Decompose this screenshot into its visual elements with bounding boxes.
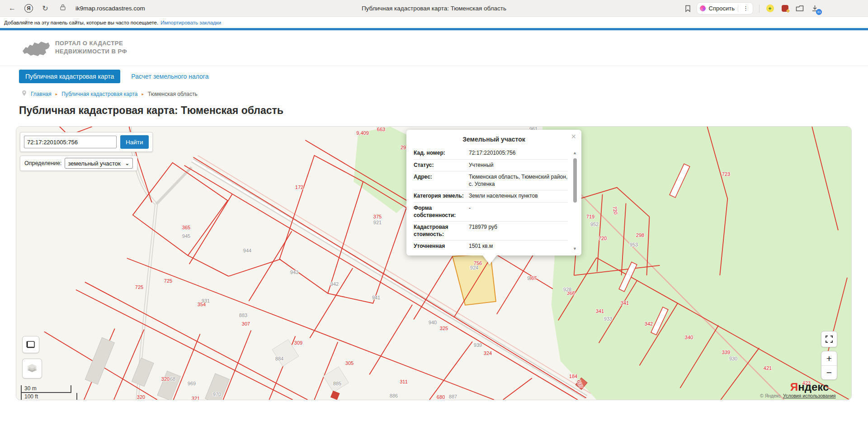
site-header: ПОРТАЛ О КАДАСТРЕ НЕДВИЖИМОСТИ В РФ (22, 34, 868, 61)
scale-metric: 30 m (21, 385, 71, 393)
object-type-select[interactable]: земельный участок ⌄ (65, 158, 133, 169)
extension-red-icon[interactable] (780, 4, 789, 13)
terms-of-use-link[interactable]: Условия использования (783, 393, 836, 398)
popup-row-label: Кадастровая стоимость: (414, 224, 469, 238)
ruler-icon (26, 341, 35, 349)
popup-row-value: 1501 кв.м (469, 243, 568, 251)
popup-row-label: Адрес: (414, 174, 469, 188)
site-tabs: Публичная кадастровая карта Расчет земел… (19, 69, 868, 83)
forest-area (542, 127, 851, 400)
tab-land-tax-calc[interactable]: Расчет земельного налога (131, 73, 208, 80)
bookmark-icon[interactable] (685, 5, 691, 12)
map-attribution: © Яндекс Условия использования (760, 393, 836, 398)
breadcrumb: Главная▸Публичная кадастровая карта▸Тюме… (22, 90, 868, 98)
search-panel: Найти (20, 132, 153, 152)
popup-row: Кад. номер:72:17:2201005:756 (414, 147, 568, 160)
popup-row-label: Категория земель: (414, 193, 469, 200)
scroll-thumb[interactable] (573, 158, 577, 203)
popup-row: Адрес:Тюменская область, Тюменский район… (414, 171, 568, 190)
yandex-browser-icon[interactable]: Я (24, 4, 33, 13)
back-icon[interactable]: ← (6, 2, 18, 14)
bookmarks-hint-text: Добавляйте на эту панель сайты, которые … (4, 20, 158, 25)
logo-line1: ПОРТАЛ О КАДАСТРЕ (55, 39, 127, 47)
search-button[interactable]: Найти (120, 135, 149, 149)
zoom-in-button[interactable]: + (821, 351, 837, 365)
alice-spark-icon (700, 5, 706, 11)
popup-row-value: 718979 руб (469, 224, 568, 238)
filter-label: Определение: (24, 160, 62, 166)
breadcrumb-separator-icon: ▸ (142, 92, 144, 96)
lock-icon (60, 4, 66, 12)
popup-row-value: 72:17:2201005:756 (469, 150, 568, 157)
scroll-down-icon[interactable]: ▼ (573, 246, 577, 251)
extension-adguard-icon[interactable]: + (765, 4, 774, 13)
popup-row-label: Кад. номер: (414, 150, 469, 157)
bookmarks-hint-bar: Добавляйте на эту панель сайты, которые … (0, 17, 868, 28)
location-pin-icon (22, 90, 27, 98)
popup-scrollbar[interactable]: ▲ ▼ (572, 151, 578, 251)
popup-rows: Кад. номер:72:17:2201005:756Статус:Учтен… (414, 147, 568, 251)
popup-row: Кадастровая стоимость:718979 руб (414, 222, 568, 241)
copyright-text: © Яндекс (760, 393, 781, 398)
popup-row-value: - (469, 205, 568, 219)
popup-pointer (482, 255, 497, 265)
popup-row: Уточненная площадь:1501 кв.м (414, 241, 568, 251)
popup-row: Статус:Учтенный (414, 160, 568, 172)
downloads-icon[interactable]: 31 (810, 4, 819, 13)
tab-public-cadastral-map[interactable]: Публичная кадастровая карта (19, 70, 120, 83)
popup-title: Земельный участок (406, 130, 581, 143)
zoom-controls: + − (821, 351, 837, 380)
breadcrumb-current: Тюменская область (148, 91, 198, 97)
scale-bar: 30 m 100 ft (21, 385, 71, 400)
popup-row-value: Тюменская область, Тюменский район, с. У… (469, 174, 568, 188)
breadcrumb-separator-icon: ▸ (56, 92, 58, 96)
popup-row: Форма собственности:- (414, 203, 568, 222)
logo-line2: НЕДВИЖИМОСТИ В РФ (55, 47, 127, 56)
chevron-down-icon: ⌄ (125, 161, 129, 166)
map-container: 6639,40929172375365725725354307309305311… (16, 126, 852, 400)
import-bookmarks-link[interactable]: Импортировать закладки (160, 20, 221, 25)
menu-kebab-icon[interactable]: ⋮ (741, 5, 750, 12)
measure-button[interactable] (22, 336, 39, 353)
breadcrumb-link[interactable]: Главная (31, 91, 52, 97)
header-divider (0, 66, 868, 66)
breadcrumb-link[interactable]: Публичная кадастровая карта (61, 91, 137, 97)
search-input[interactable] (24, 136, 117, 148)
zoom-out-button[interactable]: − (821, 365, 837, 379)
layers-button[interactable] (22, 359, 42, 378)
fullscreen-icon (826, 336, 833, 343)
yandex-maps-logo[interactable]: Яндекс (790, 381, 829, 393)
scale-imperial: 100 ft (21, 393, 77, 400)
layers-icon (26, 363, 38, 374)
popup-row-label: Статус: (414, 162, 469, 169)
filter-panel: Определение: земельный участок ⌄ (20, 156, 137, 171)
popup-row-label: Форма собственности: (414, 205, 469, 219)
fullscreen-button[interactable] (821, 331, 837, 347)
popup-row: Категория земель:Земли населенных пункто… (414, 190, 568, 203)
reload-icon[interactable]: ↻ (39, 2, 51, 14)
browser-toolbar: ← Я ↻ ik9map.roscadastres.com Публичная … (0, 0, 868, 17)
popup-row-value: Учтенный (469, 162, 568, 169)
scroll-up-icon[interactable]: ▲ (573, 151, 577, 155)
downloads-badge: 31 (816, 9, 822, 15)
close-icon[interactable]: × (571, 132, 576, 141)
address-bar[interactable]: ik9map.roscadastres.com (75, 5, 145, 12)
russia-map-logo-icon (22, 37, 50, 58)
parcel-info-popup: Земельный участок × Кад. номер:72:17:220… (406, 130, 581, 255)
page-title-bar: Публичная кадастровая карта: Тюменская о… (362, 5, 506, 12)
page-heading: Публичная кадастровая карта: Тюменская о… (19, 104, 868, 117)
popup-row-label: Уточненная площадь: (414, 243, 469, 251)
ask-alice-button[interactable]: Спросить ⋮ (697, 2, 753, 14)
tab-groups-icon[interactable] (795, 4, 804, 13)
popup-row-value: Земли населенных пунктов (469, 193, 568, 200)
